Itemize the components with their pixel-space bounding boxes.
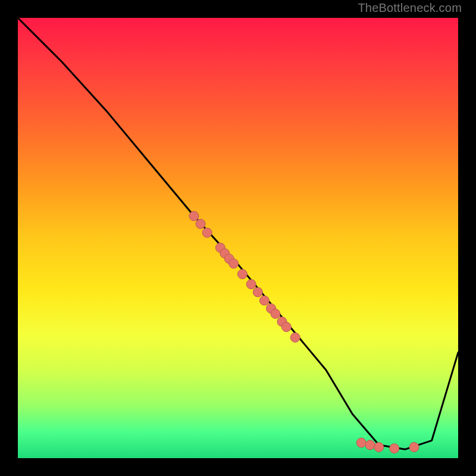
data-point-p2 [196, 219, 205, 228]
data-point-p7 [229, 259, 239, 268]
data-point-p8 [237, 270, 247, 279]
chart-overlay [18, 18, 458, 458]
attribution-label: TheBottleneck.com [358, 1, 462, 15]
data-point-p20 [390, 444, 399, 453]
data-point-p11 [259, 296, 269, 305]
data-point-p9 [246, 280, 256, 289]
data-point-p16 [290, 333, 300, 342]
data-point-p10 [253, 287, 262, 297]
data-point-p21 [409, 443, 419, 452]
data-point-p1 [189, 211, 199, 221]
data-point-p17 [356, 438, 366, 447]
data-points-group [189, 211, 419, 453]
data-point-p18 [365, 440, 375, 450]
data-point-p15 [281, 322, 291, 332]
chart-frame [12, 12, 464, 464]
data-point-p13 [271, 309, 280, 318]
data-point-p19 [374, 443, 384, 452]
chart-plot-area [18, 18, 458, 458]
bottleneck-curve [18, 18, 458, 449]
data-point-p3 [202, 228, 212, 237]
